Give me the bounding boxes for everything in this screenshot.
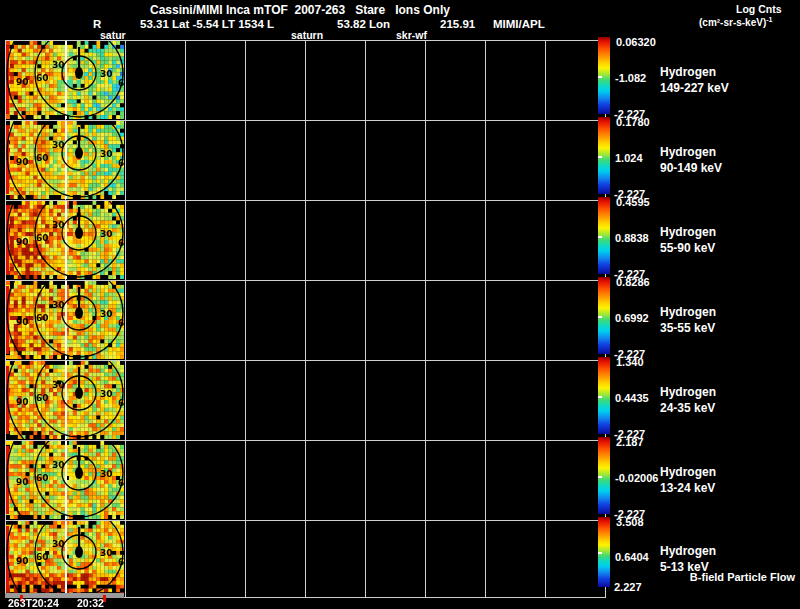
grid-vline (485, 40, 486, 597)
species-name: Hydrogen (660, 543, 716, 559)
energy-band-label: Hydrogen13-24 keV (660, 464, 716, 496)
grid-vline (245, 40, 246, 597)
energy-range: 55-90 keV (660, 240, 716, 256)
colorbar-units: (cm²-sr-s-keV)-1 (699, 16, 772, 28)
grid-vline (425, 40, 426, 597)
colorbar-mid-tick-icon (598, 396, 602, 398)
cbar-max-value: 0.1780 (616, 116, 650, 128)
colorbar-mid-tick-icon (598, 76, 602, 78)
energy-band-label: Hydrogen90-149 keV (660, 144, 722, 176)
cbar-mid-value: 0.8838 (615, 232, 649, 244)
energy-band-label: Hydrogen35-55 keV (660, 304, 716, 336)
colorbar-mid-tick-icon (598, 236, 602, 238)
sky-map-canvas (6, 201, 124, 279)
cbar-mid-value: -1.082 (615, 72, 646, 84)
colorbar-mid-tick-icon (598, 316, 602, 318)
species-name: Hydrogen (660, 384, 716, 400)
grid-vline (305, 40, 306, 597)
species-name: Hydrogen (660, 304, 716, 320)
energy-range: 13-24 keV (660, 480, 716, 496)
cbar-max-value: 3.508 (616, 516, 644, 528)
bfield-flow-label: B-field Particle Flow (615, 571, 795, 583)
cbar-max-value: 2.187 (616, 436, 644, 448)
cbar-max-value: 0.06320 (616, 36, 656, 48)
species-name: Hydrogen (660, 464, 716, 480)
energy-band-label: Hydrogen149-227 keV (660, 64, 729, 96)
sky-map-canvas (6, 121, 124, 199)
time-start-label: 263T20:24 (8, 597, 59, 609)
grid-vline (125, 40, 126, 597)
cbar-mid-value: 1.024 (615, 152, 643, 164)
sky-map-canvas (6, 41, 124, 119)
cbar-mid-value: -0.02006 (615, 472, 658, 484)
cbar-mid-value: 0.4435 (615, 392, 649, 404)
energy-range: 90-149 keV (660, 160, 722, 176)
sky-map-canvas (6, 521, 124, 596)
org-label: MIMI/APL (493, 18, 545, 30)
species-name: Hydrogen (660, 224, 716, 240)
cbar-max-value: 0.4595 (616, 196, 650, 208)
grid-vline (185, 40, 186, 597)
colorbar-mid-tick-icon (598, 476, 602, 478)
colorbar-mid-tick-icon (598, 156, 602, 158)
colorbar-mid-tick-icon (598, 552, 602, 554)
cbar-mid-value: 0.6992 (615, 312, 649, 324)
mimi-inca-display: Cassini/MIMI Inca mTOF 2007-263 Stare Io… (0, 0, 800, 609)
coords-readout: 53.31 Lat -5.54 LT 1534 L (140, 18, 274, 30)
energy-band-label: Hydrogen5-13 keV (660, 543, 716, 575)
cbar-mid-value: 0.6404 (615, 551, 649, 563)
sky-map-canvas (6, 441, 124, 519)
cbar-max-value: 1.340 (616, 356, 644, 368)
grid-vline (545, 40, 546, 597)
sky-map-canvas (6, 281, 124, 359)
lon-readout: 53.82 Lon (337, 18, 390, 30)
energy-range: 149-227 keV (660, 80, 729, 96)
grid-vline (365, 40, 366, 597)
page-title: Cassini/MIMI Inca mTOF 2007-263 Stare Io… (150, 3, 450, 17)
colorbar-units-title: Log Cnts (736, 3, 782, 15)
energy-band-label: Hydrogen55-90 keV (660, 224, 716, 256)
time-end-label: 20:32 (77, 597, 104, 609)
species-name: Hydrogen (660, 144, 722, 160)
sky-map-canvas (6, 361, 124, 439)
cbar-max-value: 0.8286 (616, 276, 650, 288)
energy-range: 24-35 keV (660, 400, 716, 416)
energy-range: 35-55 keV (660, 320, 716, 336)
energy-band-label: Hydrogen24-35 keV (660, 384, 716, 416)
species-name: Hydrogen (660, 64, 729, 80)
value-readout: 215.91 (440, 18, 475, 30)
